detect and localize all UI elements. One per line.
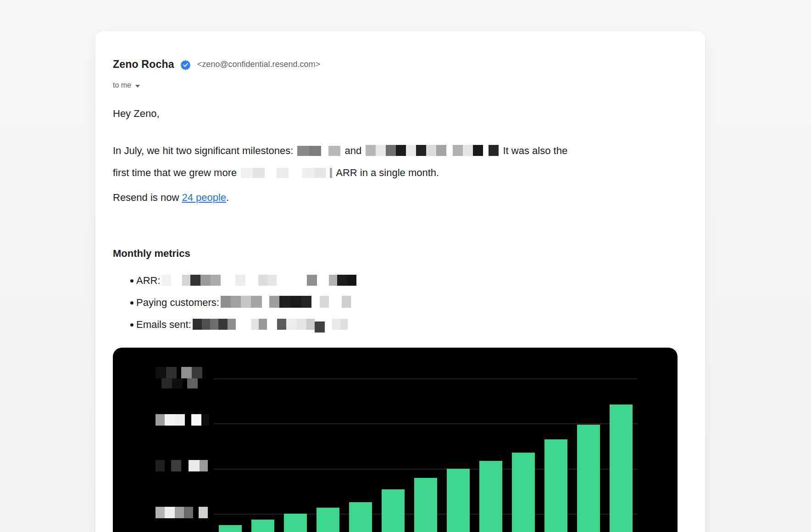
paragraph2: Resend is now 24 people. bbox=[113, 189, 229, 206]
metrics-heading: Monthly metrics bbox=[113, 245, 190, 262]
chart-bar bbox=[251, 520, 274, 532]
paragraph-text: first time that we grew more bbox=[113, 167, 239, 178]
people-count-link[interactable]: 24 people bbox=[182, 192, 226, 203]
metrics-chart bbox=[113, 348, 678, 532]
chart-gridline bbox=[214, 469, 637, 470]
chart-axis-label-redacted bbox=[156, 367, 202, 378]
chart-bar bbox=[382, 489, 405, 532]
sender-name: Zeno Rocha bbox=[113, 58, 174, 71]
metric-item-arr: ARR: bbox=[113, 272, 358, 289]
paragraph-text: . bbox=[226, 192, 229, 203]
metric-label: Emails sent: bbox=[136, 319, 191, 330]
chart-bar bbox=[610, 405, 633, 532]
chart-bar bbox=[284, 514, 307, 532]
chart-bar bbox=[544, 439, 567, 532]
paragraph-text: It was also the bbox=[500, 145, 567, 156]
chart-bar bbox=[447, 469, 470, 532]
redacted-value bbox=[162, 275, 356, 286]
paragraph-text: ARR in a single month. bbox=[333, 167, 439, 178]
redacted-text bbox=[297, 146, 340, 156]
chart-axis-label-redacted bbox=[156, 507, 208, 518]
paragraph1-line2: first time that we grew more ARR in a si… bbox=[113, 165, 439, 181]
chart-bar bbox=[317, 508, 339, 532]
paragraph-text: and bbox=[342, 145, 364, 156]
email-card: Zeno Rocha <zeno@confidential.resend.com… bbox=[95, 31, 705, 532]
metric-label: Paying customers: bbox=[136, 297, 219, 308]
sender-address: <zeno@confidential.resend.com> bbox=[197, 60, 320, 69]
chart-bar bbox=[349, 502, 372, 532]
metric-label: ARR: bbox=[136, 275, 161, 286]
greeting-line: Hey Zeno, bbox=[113, 105, 160, 122]
recipient-label: to me bbox=[113, 81, 131, 89]
redacted-value bbox=[193, 319, 348, 330]
chart-axis-label-redacted bbox=[156, 414, 209, 426]
chart-bar bbox=[479, 461, 502, 532]
verified-badge-icon bbox=[180, 60, 191, 70]
paragraph-text: Resend is now bbox=[113, 192, 182, 203]
chart-bar bbox=[577, 425, 600, 532]
metric-item-emails-sent: Emails sent: bbox=[113, 316, 349, 333]
page-background: { "page": { "background": "#f4f4f5", "ca… bbox=[0, 0, 811, 532]
redacted-text bbox=[366, 145, 499, 156]
paragraph-text: In July, we hit two significant mileston… bbox=[113, 145, 296, 156]
chart-gridline bbox=[214, 423, 637, 424]
chart-bar bbox=[219, 525, 242, 532]
chart-axis-label-redacted bbox=[156, 460, 208, 471]
chart-bar bbox=[512, 453, 535, 532]
redacted-text bbox=[241, 168, 332, 178]
recipient-row[interactable]: to me bbox=[113, 79, 140, 91]
redacted-value bbox=[221, 296, 351, 308]
paragraph1-line1: In July, we hit two significant mileston… bbox=[113, 143, 567, 159]
chart-bar bbox=[414, 478, 437, 532]
chevron-down-icon bbox=[135, 85, 140, 88]
sender-row: Zeno Rocha <zeno@confidential.resend.com… bbox=[113, 57, 320, 72]
chart-axis-label-redacted bbox=[161, 378, 198, 388]
chart-gridline bbox=[214, 378, 637, 379]
metric-item-paying-customers: Paying customers: bbox=[113, 294, 352, 311]
